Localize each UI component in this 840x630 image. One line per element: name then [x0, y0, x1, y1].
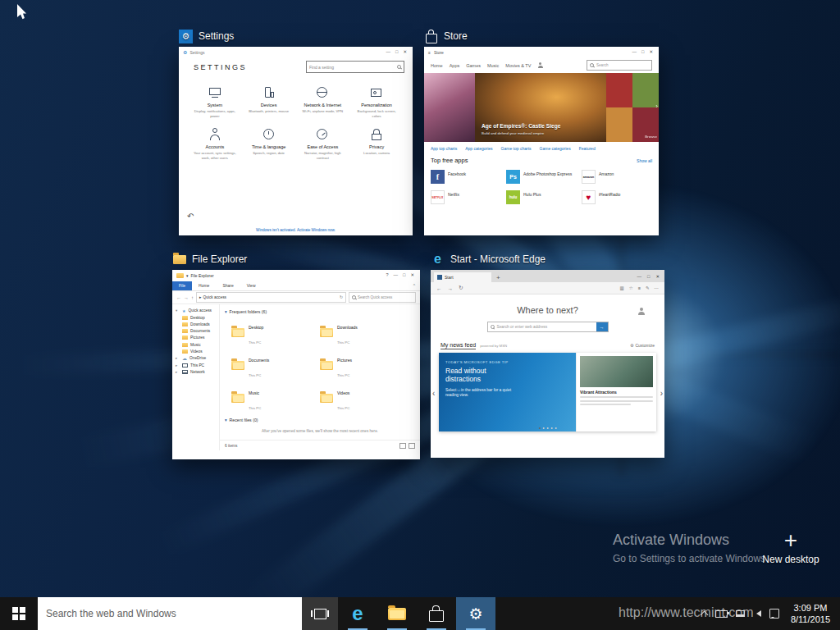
store-app-icon	[424, 30, 438, 43]
powered-by-msn: powered by MSN	[480, 344, 507, 348]
folder-item-music: MusicThis PC	[231, 383, 313, 413]
more-icon: ⋯	[655, 285, 660, 290]
folder-icon	[182, 316, 188, 320]
explorer-body: ▾ ★ Quick access Desktop Downloads Docum…	[172, 304, 420, 450]
gear-icon: ⚙	[468, 606, 482, 622]
taskview-window-settings[interactable]: ⚙ Settings — □ ✕ SETTINGS Find a setting…	[179, 47, 413, 235]
settings-category-time-language: Time & language Speech, region, date	[243, 126, 295, 160]
explorer-sidebar: ▾ ★ Quick access Desktop Downloads Docum…	[172, 304, 220, 450]
store-search-placeholder: Search	[596, 63, 609, 67]
taskbar-search-box[interactable]	[38, 597, 302, 630]
personalization-icon	[368, 84, 385, 101]
search-input[interactable]	[38, 608, 302, 619]
edge-window-controls: — □ ✕	[637, 274, 661, 279]
explorer-tab-file: File	[172, 281, 192, 290]
hub-icon: ≡	[638, 285, 641, 290]
show-hidden-icons-chevron[interactable]	[700, 611, 708, 619]
network-icon	[314, 84, 331, 101]
explorer-main-pane: ▾ Frequent folders (6) DesktopThis PC Do…	[220, 304, 420, 450]
taskbar-settings-button[interactable]: ⚙	[456, 597, 495, 630]
taskview-label-file-explorer-text: File Explorer	[192, 253, 247, 265]
taskview-window-file-explorer[interactable]: ▾ File Explorer ? — □ ✕ File Home Share …	[172, 270, 420, 459]
edge-titlebar: Start + — □ ✕	[431, 270, 664, 282]
action-center-icon[interactable]	[769, 609, 779, 619]
clock-date: 8/11/2015	[791, 614, 830, 625]
battery-icon[interactable]	[715, 610, 728, 618]
system-tray: 3:09 PM 8/11/2015	[695, 597, 840, 630]
taskbar-file-explorer-button[interactable]	[377, 597, 417, 630]
store-hero-image-right	[606, 73, 659, 142]
store-window-controls: — □ ✕	[632, 50, 655, 55]
breadcrumb-text: Quick access	[203, 295, 226, 299]
hulu-plus-icon: hulu	[506, 190, 520, 204]
explorer-ribbon: File Home Share View ^	[172, 281, 420, 291]
folder-icon	[320, 328, 333, 337]
back-icon: ←	[436, 285, 442, 291]
store-link-game-categories: Game categories	[540, 146, 571, 151]
collapse-ribbon-icon: ^	[413, 283, 420, 288]
new-desktop-button[interactable]: + New desktop	[760, 530, 822, 565]
edge-search-placeholder: Search or enter web address	[497, 325, 548, 329]
settings-category-accounts: Accounts Your account, sync settings, wo…	[189, 126, 241, 160]
forward-icon: →	[448, 285, 454, 291]
facebook-icon: f	[431, 170, 445, 184]
edge-prompt: Where to next?	[431, 294, 664, 315]
folder-item-downloads: DownloadsThis PC	[320, 317, 402, 347]
settings-titlebar-title: Settings	[189, 50, 204, 55]
task-view-button[interactable]	[302, 597, 338, 630]
taskbar: e ⚙ 3:09 PM 8/11/2015	[0, 597, 840, 630]
taskview-window-store[interactable]: ≡ Store — □ ✕ Home Apps Games Music Movi…	[424, 47, 659, 235]
iheartradio-icon: ♥	[582, 190, 596, 204]
user-account-icon	[637, 308, 645, 315]
article-title: Vibrant Attractions	[580, 390, 653, 395]
minimize-icon: —	[394, 273, 399, 278]
file-explorer-app-icon	[172, 253, 186, 267]
folder-icon	[176, 273, 184, 278]
network-icon[interactable]	[736, 610, 745, 617]
sidebar-item-pictures: Pictures	[172, 335, 219, 341]
store-link-app-top-charts: App top charts	[431, 146, 457, 151]
close-icon: ✕	[655, 274, 660, 279]
explorer-address-bar: ← → ↑ ▸ Quick access ↻ Search Quick acce…	[172, 291, 420, 304]
settings-activation-notice: Windows isn't activated. Activate Window…	[179, 228, 413, 232]
edge-tip-card: TODAY'S MICROSOFT EDGE TIP Read without …	[439, 353, 576, 431]
reading-view-icon: ▥	[620, 285, 624, 290]
taskview-label-store[interactable]: Store	[424, 29, 468, 43]
settings-window-controls: — □ ✕	[386, 50, 409, 55]
taskview-label-edge[interactable]: e Start - Microsoft Edge	[431, 252, 546, 267]
store-hero-image-main: Age of Empires®: Castle Siege Build and …	[475, 73, 606, 142]
photoshop-express-icon: Ps	[506, 170, 520, 184]
close-icon: ✕	[649, 50, 653, 55]
settings-titlebar-icon: ⚙	[183, 49, 187, 55]
store-hero-title: Age of Empires®: Castle Siege	[482, 123, 560, 129]
taskbar-store-button[interactable]	[417, 597, 456, 630]
plus-icon: +	[760, 530, 822, 551]
sidebar-item-desktop: Desktop	[172, 314, 219, 321]
store-show-all-link: Show all	[637, 158, 652, 163]
article-text-line	[580, 396, 653, 398]
explorer-titlebar: ▾ File Explorer ? — □ ✕	[172, 270, 420, 281]
edge-search-row: Search or enter web address →	[431, 322, 664, 332]
sidebar-item-this-pc: ▸ This PC	[172, 363, 219, 369]
frequent-folders-grid: DesktopThis PC DownloadsThis PC Document…	[231, 317, 415, 413]
taskbar-edge-button[interactable]: e	[338, 597, 377, 630]
store-hero-subtitle: Build and defend your medieval empire	[482, 131, 544, 135]
taskview-label-file-explorer[interactable]: File Explorer	[172, 252, 247, 267]
taskview-label-settings[interactable]: ⚙ Settings	[179, 29, 234, 43]
carousel-previous-icon: ‹	[432, 389, 435, 398]
store-hero-image-left	[424, 73, 475, 142]
edge-app-icon: e	[431, 253, 445, 267]
folder-item-documents: DocumentsThis PC	[231, 350, 313, 380]
store-search-box: Search	[587, 60, 652, 71]
taskview-window-edge[interactable]: Start + — □ ✕ ← → ↻ ▥ ☆ ≡ ✎ ⋯ Where to n…	[431, 270, 664, 458]
view-toggle-icons	[399, 443, 415, 449]
store-tile-photoshop-express: Ps Adobe Photoshop Express	[506, 170, 577, 184]
close-icon: ✕	[403, 50, 407, 55]
task-view-screen: ⚙ Settings ⚙ Settings — □ ✕ SETTINGS Fin…	[0, 0, 840, 630]
start-button[interactable]	[0, 597, 38, 630]
settings-category-ease-of-access: Ease of Access Narrator, magnifier, high…	[297, 126, 349, 160]
volume-icon[interactable]	[753, 610, 761, 617]
folder-item-pictures: PicturesThis PC	[320, 350, 402, 380]
accounts-icon	[207, 126, 223, 143]
taskbar-clock[interactable]: 3:09 PM 8/11/2015	[788, 602, 833, 625]
